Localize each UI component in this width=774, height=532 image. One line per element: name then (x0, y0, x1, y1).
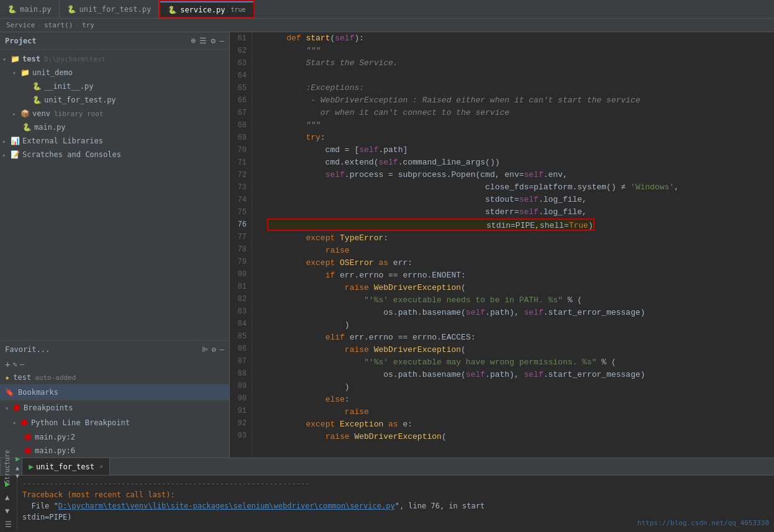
tab-main[interactable]: 🐍 main.py (0, 0, 60, 18)
structure-label[interactable]: Structure (0, 458, 14, 475)
bookmarks-section: 🔖 Bookmarks (0, 384, 229, 400)
chevron-down-icon-pylbp: ▾ (12, 420, 20, 426)
fav-toolbar: + ✎ – (0, 358, 229, 371)
line-num-76: 76 (235, 219, 247, 231)
sort-icon[interactable]: ☰ (199, 36, 207, 45)
bp-main-py-6[interactable]: main.py:6 (0, 444, 229, 458)
folder-icon-unit-demo: 📁 (20, 68, 30, 77)
line-num-79: 79 (235, 256, 247, 268)
tree-item-unit-demo[interactable]: ▾ 📁 unit_demo (0, 66, 229, 79)
minimize-icon-fav[interactable]: – (220, 345, 224, 354)
code-line-84: ) (267, 319, 774, 331)
tree-label-unit-demo: unit_demo (32, 68, 73, 77)
favorites-title: Favorit... (5, 345, 50, 354)
chevron-down-icon: ▾ (2, 56, 10, 63)
gutter (252, 32, 262, 458)
code-line-86: raise WebDriverException( (267, 344, 774, 356)
fav-remove-button[interactable]: – (20, 360, 24, 369)
tree-item-external-libs[interactable]: ▸ 📊 External Libraries (0, 134, 229, 148)
line-num-70: 70 (235, 144, 247, 156)
bp-label-main-6: main.py:6 (35, 446, 75, 455)
bp-dot-main-6 (25, 448, 31, 454)
code-lines[interactable]: def start(self): """ Starts the Service.… (262, 32, 774, 458)
tree-label-init: __init__.py (44, 82, 93, 91)
code-line-62: """ (267, 45, 774, 57)
line-num-71: 71 (235, 156, 247, 169)
fav-add-button[interactable]: + (5, 359, 10, 369)
chevron-down-icon-bp: ▾ (5, 405, 12, 412)
run-play-icon[interactable]: ▶ (16, 454, 20, 463)
fav-item-test[interactable]: ★ test auto-added (0, 371, 229, 384)
tree-item-main-py[interactable]: 🐍 main.py (0, 120, 229, 134)
file-icon-main-py: 🐍 (22, 123, 32, 132)
line-num-88: 88 (235, 367, 247, 380)
run-icon: ▶ (29, 462, 34, 471)
run-scroll-up-icon[interactable]: ▲ (16, 464, 20, 471)
breakpoints-section: ▾ Breakpoints ▾ Python Line Breakpoint m… (0, 400, 229, 458)
line-num-87: 87 (235, 355, 247, 367)
run-separator-line: ----------------------------------------… (22, 478, 769, 489)
code-line-74: stdout=self.log_file, (267, 194, 774, 206)
line-num-66: 66 (235, 94, 247, 107)
run-side-down[interactable]: ▼ (5, 505, 12, 516)
bookmarks-label: Bookmarks (18, 388, 58, 397)
tree-item-init-py[interactable]: 🐍 __init__.py (0, 79, 229, 93)
fav-edit-button[interactable]: ✎ (12, 360, 17, 369)
chevron-right-icon-venv: ▸ (12, 110, 20, 117)
code-line-85: elif err.errno == errno.EACCES: (267, 331, 774, 344)
tree-item-test-root[interactable]: ▾ 📁 test D:\pycharm\test (0, 52, 229, 66)
tab-service[interactable]: 🐍 service.py true (160, 1, 253, 17)
tree-item-scratches[interactable]: ▸ 📝 Scratches and Consoles (0, 148, 229, 161)
file-icon-unit-for-test: 🐍 (32, 96, 42, 104)
bp-main-py-2[interactable]: main.py:2 (0, 430, 229, 444)
code-line-65: :Exceptions: (267, 82, 774, 94)
code-line-89: ) (267, 381, 774, 394)
line-numbers: 61 62 63 64 65 66 67 68 69 70 71 72 73 7… (230, 32, 252, 458)
line-num-93: 93 (235, 430, 247, 442)
code-line-66: - WebDriverException : Raised either whe… (267, 94, 774, 107)
run-traceback-line: Traceback (most recent call last): (22, 489, 769, 500)
run-file-line[interactable]: File "D:\pycharm\test\venv\lib\site-pack… (22, 500, 769, 512)
run-side-up[interactable]: ▲ (5, 492, 12, 503)
code-line-93: raise WebDriverException( (267, 431, 774, 443)
breakpoints-row[interactable]: ▾ Breakpoints (0, 400, 229, 415)
favorites-section: Favorit... ⊫ ⚙ – + ✎ – ★ test auto-added (0, 340, 229, 384)
bookmarks-row[interactable]: 🔖 Bookmarks (0, 385, 229, 400)
line-num-67: 67 (235, 107, 247, 119)
run-tab-label: unit_for_test (36, 462, 94, 471)
code-line-77: except TypeError: (267, 232, 774, 245)
line-num-90: 90 (235, 392, 247, 405)
code-line-79: except OSError as err: (267, 257, 774, 269)
folder-icon-test: 📁 (10, 55, 20, 63)
run-tab-unit-for-test[interactable]: ▶ unit_for_test × (22, 458, 110, 475)
line-num-62: 62 (235, 45, 247, 57)
tree-label-ext-libs: External Libraries (22, 137, 103, 145)
line-num-92: 92 (235, 417, 247, 430)
line-num-91: 91 (235, 405, 247, 417)
tab-close-service[interactable]: true (230, 6, 245, 13)
code-editor: 61 62 63 64 65 66 67 68 69 70 71 72 73 7… (230, 32, 774, 458)
sidebar-header: Project ⊕ ☰ ⚙ – (0, 32, 229, 50)
tree-item-venv[interactable]: ▸ 📦 venv library root (0, 107, 229, 120)
align-icon[interactable]: ⊫ (202, 345, 208, 354)
py-line-bp-row[interactable]: ▾ Python Line Breakpoint (0, 415, 229, 430)
gear-icon-fav[interactable]: ⚙ (212, 345, 216, 354)
add-icon[interactable]: ⊕ (191, 36, 196, 45)
tab-bar: 🐍 main.py 🐍 unit_for_test.py 🐍 service.p… (0, 0, 774, 19)
fav-item-badge: auto-added (35, 374, 76, 382)
code-line-90: else: (267, 394, 774, 406)
minimize-icon[interactable]: – (219, 36, 224, 45)
run-tab-close[interactable]: × (99, 463, 103, 470)
favorites-header[interactable]: Favorit... ⊫ ⚙ – (0, 341, 229, 358)
line-num-72: 72 (235, 169, 247, 181)
run-side-divider[interactable]: ☰ (5, 519, 12, 530)
line-num-69: 69 (235, 132, 247, 144)
bp-dot-red (14, 405, 20, 411)
tree-item-unit-for-test-py[interactable]: 🐍 unit_for_test.py (0, 93, 229, 107)
line-num-86: 86 (235, 343, 247, 355)
gear-icon-sidebar[interactable]: ⚙ (211, 36, 216, 45)
line-num-85: 85 (235, 330, 247, 343)
tab-unit-for-test[interactable]: 🐍 unit_for_test.py (60, 0, 160, 18)
ext-libs-icon: 📊 (10, 137, 20, 145)
file-icon-service: 🐍 (168, 6, 177, 14)
